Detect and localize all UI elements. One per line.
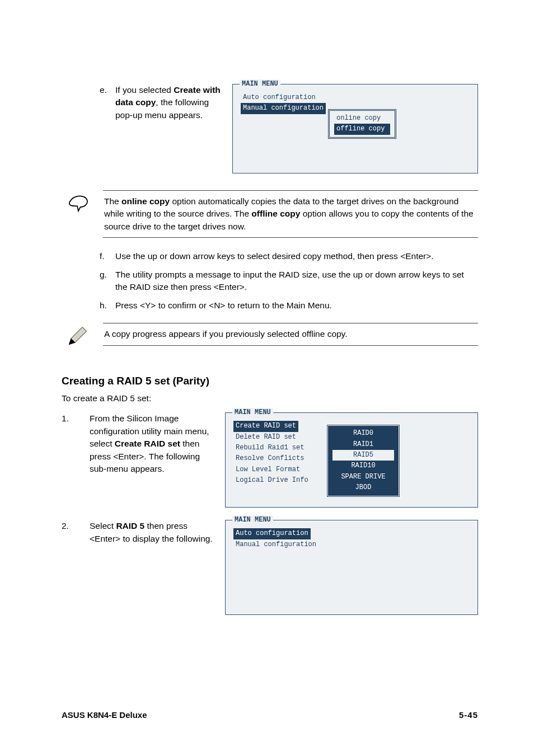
step1-num: 1. — [62, 412, 90, 425]
step-f-text: Use the up or down arrow keys to select … — [115, 250, 478, 262]
menu-rebuild-raid1: Rebuild Raid1 set — [233, 443, 306, 453]
note1-b: online copy — [121, 196, 170, 206]
step-g-text: The utility prompts a message to input t… — [115, 269, 478, 294]
step-f-letter: f. — [100, 250, 115, 262]
footer-page-number: 5-45 — [459, 709, 478, 721]
note-online-offline: The online copy option automatically cop… — [103, 190, 478, 238]
menu-create-raid-selected: Create RAID set — [233, 421, 298, 431]
pencil-icon — [65, 323, 93, 349]
note-icon — [65, 190, 93, 215]
console1-title: MAIN MENU — [240, 79, 280, 89]
step2-bold: RAID 5 — [116, 521, 144, 530]
footer-product: ASUS K8N4-E Deluxe — [62, 709, 147, 721]
note-copy-progress: A copy progress appears if you previousl… — [103, 323, 478, 345]
console-main-menu-copy: MAIN MENU Auto configuration Manual conf… — [232, 84, 478, 173]
menu-auto-config-selected: Auto configuration — [233, 528, 311, 539]
popup-raid1: RAID1 — [332, 439, 394, 450]
popup-raid0: RAID0 — [332, 428, 394, 439]
menu-low-level-format: Low Level Format — [233, 464, 302, 475]
popup-online-copy: online copy — [334, 113, 390, 124]
console-main-menu-auto: MAIN MENU Auto configuration Manual conf… — [225, 520, 478, 615]
menu-logical-drive-info: Logical Drive Info — [233, 475, 311, 486]
step-e-letter: e. — [100, 84, 115, 96]
step2-pre: Select — [90, 521, 116, 530]
popup-jbod: JBOD — [332, 482, 394, 493]
note1-d: offline copy — [251, 209, 300, 218]
menu-auto-config: Auto configuration — [241, 92, 318, 103]
heading-raid5: Creating a RAID 5 set (Parity) — [62, 373, 478, 389]
menu-manual-config-selected: Manual configuration — [241, 103, 326, 114]
step-g-letter: g. — [100, 269, 115, 281]
menu-delete-raid: Delete RAID set — [233, 432, 298, 443]
popup-offline-copy-selected: offline copy — [334, 124, 390, 134]
step-h-text: Press <Y> to confirm or <N> to return to… — [115, 299, 478, 312]
popup-spare-drive: SPARE DRIVE — [332, 472, 394, 482]
note1-a: The — [104, 196, 121, 206]
popup-raid-type: RAID0 RAID1 RAID5 RAID10 SPARE DRIVE JBO… — [326, 424, 400, 497]
step-h-letter: h. — [100, 299, 115, 312]
step-e-pre: If you selected — [115, 85, 174, 95]
menu-resolve-conflicts: Resolve Conflicts — [233, 453, 306, 464]
popup-raid10: RAID10 — [332, 461, 394, 471]
step1-bold: Create RAID set — [115, 439, 180, 448]
console3-title: MAIN MENU — [232, 515, 273, 525]
menu-manual-config-2: Manual configuration — [233, 539, 318, 550]
step2-num: 2. — [62, 520, 90, 532]
raid5-intro: To create a RAID 5 set: — [62, 392, 478, 405]
console-main-menu-raidset: MAIN MENU Create RAID set Delete RAID se… — [225, 412, 478, 508]
popup-copy-mode: online copy offline copy — [328, 109, 396, 139]
console2-title: MAIN MENU — [232, 408, 273, 417]
popup-raid5-selected: RAID5 — [332, 450, 394, 461]
